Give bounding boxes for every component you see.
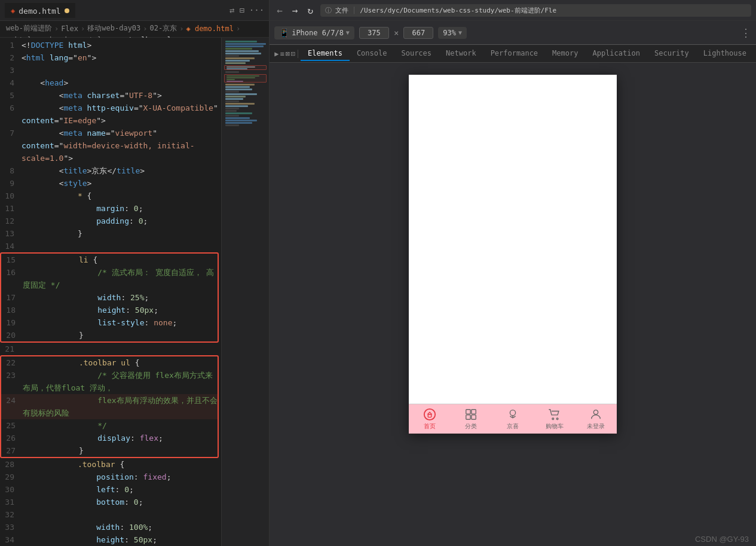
phone-content (409, 75, 617, 404)
split-editor-icon[interactable]: ⇄ (229, 5, 234, 15)
dimension-separator: × (394, 28, 399, 38)
highlight-block-2: 22 .toolbar ul { 23 /* 父容器使用 flex布局方式来布局… (0, 355, 219, 458)
crumb-02[interactable]: 02-京东 (150, 23, 177, 33)
more-actions-icon[interactable]: ··· (249, 5, 264, 15)
line-17: 17 width: 25%; (1, 291, 218, 304)
forward-button[interactable]: → (290, 4, 301, 17)
devtools-more-icon[interactable]: ⋮ (740, 26, 751, 39)
browser-panel: ← → ↻ ⓘ 文件 | /Users/dyc/Documents/web-cs… (270, 0, 756, 546)
code-lines-28-48: 28 .toolbar { 29 position: fixed; 30 lef… (0, 458, 221, 546)
line-16: 16 /* 流式布局： 宽度自适应， 高度固定 */ (1, 266, 218, 291)
crumb-file[interactable]: ◈ demo.html (186, 25, 233, 33)
line-14: 14 (0, 240, 221, 252)
zoom-chevron-icon: ▼ (458, 29, 462, 36)
grid-icon (464, 408, 478, 421)
line-29: 29 position: fixed; (0, 471, 221, 483)
tab-memory[interactable]: Memory (545, 47, 585, 61)
editor-tab[interactable]: ◈ demo.html (5, 3, 75, 18)
category-label: 分类 (465, 422, 477, 431)
crumb-flex[interactable]: Flex (61, 25, 78, 33)
line-20: 20 } (1, 329, 218, 341)
tab-security[interactable]: Security (647, 47, 696, 61)
tab-filename: demo.html (19, 7, 60, 16)
code-lines-1-14: 1<!DOCTYPE html> 2<html lang="en"> 3 4 <… (0, 39, 221, 252)
tab-network[interactable]: Network (439, 47, 483, 61)
line-32: 32 (0, 508, 221, 521)
phone-frame: 首页 分类 (409, 75, 617, 434)
toolbar-item-category[interactable]: 分类 (451, 408, 492, 431)
crumb-day[interactable]: 移动web-day03 (87, 23, 140, 33)
tab-elements[interactable]: Elements (301, 47, 350, 61)
address-path: /Users/dyc/Documents/web-css-study/web-前… (360, 6, 556, 15)
elements-tab-line[interactable]: ≡ (280, 50, 284, 58)
browser-nav-bar: ← → ↻ ⓘ 文件 | /Users/dyc/Documents/web-cs… (270, 0, 756, 21)
line-23: 23 /* 父容器使用 flex布局方式来布局，代替float 浮动， (1, 369, 218, 394)
toggle-panel-icon[interactable]: ⊟ (239, 5, 244, 15)
breadcrumb: web-前端进阶 › Flex › 移动web-day03 › 02-京东 › … (0, 21, 269, 38)
toolbar-item-home[interactable]: 首页 (409, 408, 451, 431)
address-text: 文件 (335, 6, 348, 15)
watermark: CSDN @GY-93 (688, 532, 756, 546)
code-editor[interactable]: 1<!DOCTYPE html> 2<html lang="en"> 3 4 <… (0, 38, 221, 546)
editor-panel: ◈ demo.html ⇄ ⊟ ··· web-前端进阶 › Flex › 移动… (0, 0, 270, 546)
editor-tab-bar: ◈ demo.html ⇄ ⊟ ··· (0, 0, 269, 21)
elements-tab-inspect[interactable]: ⊡ (291, 50, 295, 58)
editor-controls: ⇄ ⊟ ··· (229, 5, 264, 15)
home-icon (423, 408, 436, 421)
devtools-tabs: ▶ ≡ ⊠ ⊡ Elements Console Sources Network… (270, 45, 756, 63)
toolbar-item-profile[interactable]: 未登录 (575, 408, 617, 431)
width-input[interactable] (359, 27, 389, 39)
info-icon: ⓘ (325, 6, 332, 15)
zoom-selector[interactable]: 93% ▼ (438, 27, 467, 39)
tab-performance[interactable]: Performance (483, 47, 545, 61)
unsaved-indicator (65, 8, 69, 13)
tab-lighthouse[interactable]: Lighthouse (696, 47, 754, 61)
svg-point-10 (594, 410, 598, 414)
svg-point-8 (552, 417, 554, 419)
home-label: 首页 (424, 422, 436, 431)
html-file-icon: ◈ (11, 7, 15, 15)
line-26: 26 display: flex; (1, 432, 218, 444)
refresh-button[interactable]: ↻ (305, 4, 316, 17)
line-31: 31 bottom: 0; (0, 496, 221, 508)
minimap (221, 38, 269, 546)
line-12: 12 padding: 0; (0, 215, 221, 227)
line-19: 19 list-style: none; (1, 316, 218, 329)
preview-area: 首页 分类 (270, 63, 756, 546)
tab-application[interactable]: Application (585, 47, 647, 61)
toolbar-item-jingxi[interactable]: 京喜 (492, 408, 534, 431)
device-selector[interactable]: 📱 iPhone 6/7/8 ▼ (274, 26, 354, 39)
elements-tab-close[interactable]: ⊠ (286, 50, 290, 58)
line-30: 30 left: 0; (0, 483, 221, 496)
line-33: 33 width: 100%; (0, 521, 221, 533)
line-3: 3 (0, 64, 221, 77)
crumb-1[interactable]: web-前端进阶 (6, 23, 52, 33)
phone-toolbar: 首页 分类 (409, 404, 617, 434)
line-1: 1<!DOCTYPE html> (0, 39, 221, 51)
svg-rect-3 (472, 409, 476, 413)
height-input[interactable] (403, 27, 433, 39)
tab-console[interactable]: Console (350, 47, 394, 61)
user-icon (589, 408, 602, 421)
line-28: 28 .toolbar { (0, 458, 221, 471)
highlight-block-1: 15 li { 16 /* 流式布局： 宽度自适应， 高度固定 */ 17 wi… (0, 252, 219, 343)
svg-rect-4 (466, 414, 470, 419)
cart-label: 购物车 (546, 422, 564, 431)
jingxi-icon (506, 408, 519, 421)
line-11: 11 margin: 0; (0, 202, 221, 215)
line-8: 8 <title>京东</title> (0, 164, 221, 177)
elements-tab-arrow[interactable]: ▶ (274, 50, 278, 58)
line-18: 18 height: 50px; (1, 304, 218, 316)
devtools-bar: 📱 iPhone 6/7/8 ▼ × 93% ▼ ⋮ (270, 21, 756, 45)
line-6: 6 <meta http-equiv="X-UA-Compatible" con… (0, 102, 221, 127)
tab-sources[interactable]: Sources (394, 47, 439, 61)
device-name: iPhone 6/7/8 (292, 29, 344, 37)
toolbar-item-cart[interactable]: 购物车 (534, 408, 576, 431)
line-10: 10 * { (0, 190, 221, 202)
line-5: 5 <meta charset="UTF-8"> (0, 89, 221, 102)
profile-label: 未登录 (587, 422, 605, 431)
svg-rect-2 (466, 409, 470, 413)
back-button[interactable]: ← (274, 4, 285, 17)
address-bar[interactable]: ⓘ 文件 | /Users/dyc/Documents/web-css-stud… (320, 4, 751, 17)
line-27: 27 } (1, 444, 218, 457)
